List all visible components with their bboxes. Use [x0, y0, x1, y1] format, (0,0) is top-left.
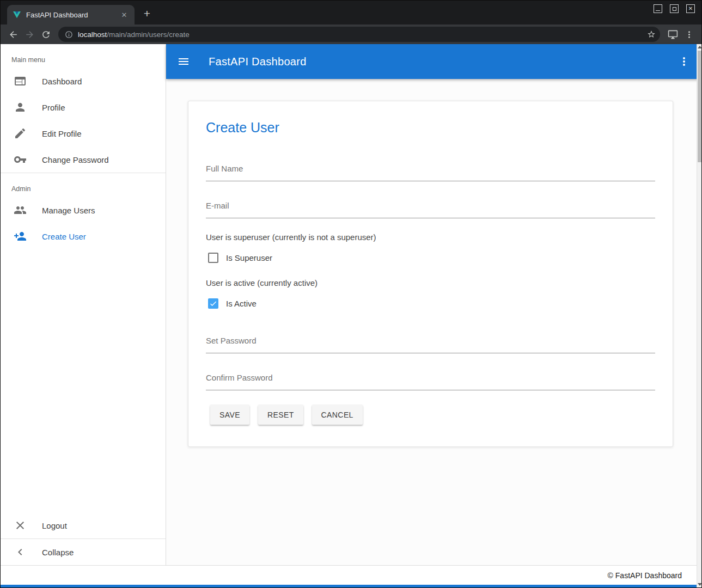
window-controls: ✕ [654, 4, 695, 13]
browser-window: FastAPI Dashboard ✕ + ✕ localhost/main/a… [0, 0, 702, 588]
reload-icon [41, 29, 51, 40]
maximize-icon [673, 7, 676, 11]
sidebar-item-profile[interactable]: Profile [1, 94, 166, 120]
superuser-hint: User is superuser (currently is not a su… [206, 232, 655, 242]
sidebar-item-label: Change Password [42, 155, 109, 164]
superuser-checkbox[interactable] [208, 253, 218, 263]
confirm-password-input[interactable] [206, 367, 655, 390]
full-name-input[interactable] [206, 158, 655, 181]
back-arrow-icon [8, 29, 19, 40]
form-buttons: SAVE RESET CANCEL [210, 405, 655, 425]
page-footer: © FastAPI Dashboard [1, 565, 701, 585]
dots-vertical-icon [677, 55, 691, 68]
key-icon [14, 153, 27, 166]
app-title: FastAPI Dashboard [209, 56, 307, 68]
tab-title: FastAPI Dashboard [26, 11, 114, 19]
active-checkbox-label: Is Active [226, 299, 257, 308]
footer-copyright: © FastAPI Dashboard [608, 571, 682, 580]
sidebar: Main menu Dashboard Profile Edit Profile [1, 44, 166, 565]
appbar-overflow-menu-button[interactable] [671, 48, 697, 75]
sidebar-item-create-user[interactable]: Create User [1, 223, 166, 249]
sidebar-item-logout[interactable]: Logout [1, 512, 166, 538]
browser-tab[interactable]: FastAPI Dashboard ✕ [7, 5, 135, 24]
sidebar-item-edit-profile[interactable]: Edit Profile [1, 120, 166, 146]
hamburger-icon [177, 55, 190, 68]
active-hint: User is active (currently active) [206, 278, 655, 287]
page-scrollbar[interactable] [697, 44, 701, 587]
reset-button[interactable]: RESET [258, 405, 303, 425]
address-bar[interactable]: localhost/main/admin/users/create [58, 27, 660, 42]
site-info-icon[interactable] [65, 30, 73, 39]
vuetify-favicon-icon [13, 10, 21, 19]
scrollbar-up-arrow[interactable] [698, 46, 702, 48]
scrollbar-down-arrow[interactable] [698, 583, 702, 586]
forward-button[interactable] [21, 26, 38, 42]
back-button[interactable] [5, 26, 21, 42]
email-input[interactable] [206, 195, 655, 218]
sidebar-item-dashboard[interactable]: Dashboard [1, 68, 166, 94]
active-checkbox-row[interactable]: Is Active [208, 298, 655, 309]
footer-accent-strip [1, 585, 701, 587]
sidebar-section-admin: Admin [1, 173, 166, 197]
sidebar-item-label: Logout [42, 521, 67, 530]
set-password-input[interactable] [206, 330, 655, 353]
browser-titlebar: FastAPI Dashboard ✕ + ✕ [1, 1, 701, 24]
main-area: FastAPI Dashboard Create User User is su… [166, 44, 701, 565]
chevron-left-icon [14, 546, 27, 559]
install-app-icon[interactable] [664, 26, 681, 42]
sidebar-item-manage-users[interactable]: Manage Users [1, 197, 166, 223]
forward-arrow-icon [25, 29, 35, 40]
sidebar-item-collapse[interactable]: Collapse [1, 539, 166, 565]
page-title: Create User [206, 120, 655, 136]
close-icon [14, 519, 27, 532]
minimize-button[interactable] [654, 4, 662, 13]
check-icon [209, 299, 217, 308]
url-text: localhost/main/admin/users/create [78, 30, 640, 39]
sidebar-item-label: Manage Users [42, 206, 95, 215]
minimize-icon [656, 10, 660, 11]
url-host: localhost [78, 30, 107, 39]
save-button[interactable]: SAVE [210, 405, 249, 425]
dots-vertical-icon [684, 29, 694, 40]
sidebar-item-label: Create User [42, 232, 86, 241]
sidebar-item-change-password[interactable]: Change Password [1, 146, 166, 173]
close-window-button[interactable]: ✕ [686, 4, 695, 13]
sidebar-item-label: Dashboard [42, 77, 82, 86]
page-body: Main menu Dashboard Profile Edit Profile [1, 44, 701, 565]
cancel-button[interactable]: CANCEL [312, 405, 363, 425]
person-add-icon [14, 230, 27, 243]
hamburger-menu-button[interactable] [170, 48, 197, 75]
maximize-button[interactable] [670, 4, 679, 13]
browser-toolbar: localhost/main/admin/users/create [1, 24, 701, 44]
dashboard-icon [14, 75, 27, 88]
sidebar-item-label: Collapse [42, 548, 74, 557]
sidebar-item-label: Profile [42, 103, 65, 112]
tab-close-icon[interactable]: ✕ [119, 10, 129, 20]
sidebar-spacer [1, 249, 166, 512]
pencil-icon [14, 127, 27, 140]
reload-button[interactable] [38, 26, 54, 42]
browser-menu-button[interactable] [681, 26, 697, 42]
scrollbar-thumb[interactable] [698, 51, 701, 162]
superuser-checkbox-row[interactable]: Is Superuser [208, 253, 655, 263]
sidebar-section-main-menu: Main menu [1, 44, 166, 68]
superuser-checkbox-label: Is Superuser [226, 253, 272, 262]
app-bar: FastAPI Dashboard [166, 44, 701, 79]
bookmark-star-icon[interactable] [645, 28, 658, 41]
person-icon [14, 101, 27, 114]
sidebar-item-label: Edit Profile [42, 129, 82, 138]
url-path: /main/admin/users/create [107, 30, 190, 39]
content-area: Create User User is superuser (currently… [166, 79, 701, 565]
create-user-card: Create User User is superuser (currently… [188, 101, 673, 447]
active-checkbox[interactable] [208, 298, 218, 309]
new-tab-button[interactable]: + [139, 5, 155, 22]
people-icon [14, 204, 27, 217]
